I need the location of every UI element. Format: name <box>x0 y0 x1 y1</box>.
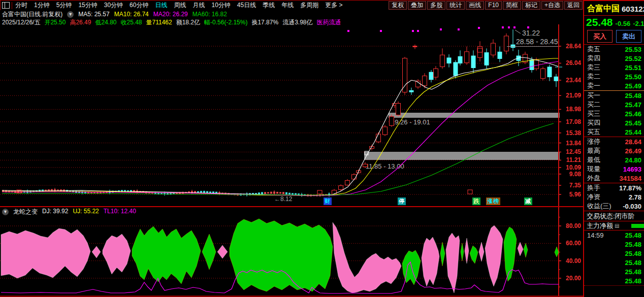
toolbar-divider <box>12 2 12 9</box>
event-tag-涨榜[interactable]: 涨榜 <box>486 197 500 205</box>
ask-row[interactable]: 卖二25.50 <box>584 72 644 81</box>
svg-text:40.00: 40.00 <box>566 257 581 265</box>
bid-row[interactable]: 买一25.48 <box>584 91 644 100</box>
stat-value: 26.49 <box>625 147 641 155</box>
event-tag-停[interactable]: 停 <box>398 197 406 205</box>
period-tab-15分钟[interactable]: 15分钟 <box>78 1 97 10</box>
period-tab-更多 >[interactable]: 更多 > <box>325 1 342 10</box>
tick-row: 25.48 <box>584 258 644 267</box>
chart-canvas[interactable]: 19.26 - 19.0111.85 - 13.0031.2228.58 - 2… <box>0 0 584 297</box>
tool-button-返回[interactable]: 返回 <box>564 1 583 10</box>
period-tab-10分钟[interactable]: 10分钟 <box>211 1 230 10</box>
info-token: TL10: 12.40 <box>104 208 136 216</box>
tool-button-多股[interactable]: 多股 <box>427 1 445 10</box>
period-tab-分时[interactable]: 分时 <box>15 1 27 10</box>
tool-button-统计[interactable]: 统计 <box>446 1 465 10</box>
svg-text:11.85 - 13.00: 11.85 - 13.00 <box>366 162 404 170</box>
indicator-values: 龙蛇之变DJ: 39.92UJ: 55.22TL10: 12.40 <box>13 208 136 216</box>
period-tab-45日线[interactable]: 45日线 <box>237 1 256 10</box>
svg-text:←8.12: ←8.12 <box>274 195 293 203</box>
svg-text:60.00: 60.00 <box>566 240 581 247</box>
price-change: -0.56 <box>616 20 631 27</box>
svg-text:31.22: 31.22 <box>522 29 540 37</box>
info-token: 龙蛇之变 <box>13 208 38 216</box>
tool-button-复权[interactable]: 复权 <box>389 1 407 10</box>
tool-button-F10[interactable]: F10 <box>485 1 502 10</box>
ask-row[interactable]: 卖五25.53 <box>584 45 644 54</box>
ask-row[interactable]: 卖四25.52 <box>584 54 644 63</box>
tool-button-+自选[interactable]: +自选 <box>541 1 563 10</box>
level-price: 25.49 <box>625 82 641 90</box>
tool-button-叠加[interactable]: 叠加 <box>408 1 426 10</box>
info-token: UJ: 55.22 <box>73 208 99 216</box>
stock-title: 合富中国 603122 <box>584 1 644 15</box>
bid-row[interactable]: 买二25.47 <box>584 100 644 109</box>
split-view-icon[interactable] <box>2 2 10 9</box>
chevron-down-icon[interactable]: ▼ <box>67 11 74 18</box>
stat-row: 外盘341584 <box>584 174 644 183</box>
stats-block-2: 换手17.87%净资2.78收益(三)-0.030 <box>584 183 644 211</box>
info-token: 换17.87% <box>251 18 278 27</box>
stat-label: 换手 <box>587 183 600 192</box>
period-tab-日线[interactable]: 日线 <box>155 1 167 10</box>
tool-button-画线[interactable]: 画线 <box>466 1 484 10</box>
period-tab-年线[interactable]: 年线 <box>281 1 294 10</box>
level-label: 买三 <box>587 109 600 118</box>
tick-row: 14:5925.48 <box>584 230 644 240</box>
period-menu: 分时1分钟5分钟15分钟30分钟60分钟日线周线月线10分钟45日线季线年线多周… <box>15 1 343 10</box>
svg-text:19.26 - 19.01: 19.26 - 19.01 <box>391 118 430 126</box>
tick-row: 25.48 <box>584 267 644 276</box>
price-change-pct: -2.15% <box>633 20 644 27</box>
level-price: 25.48 <box>625 92 641 100</box>
stats-block-1: 涨停28.64最高26.49最低24.80现量14693外盘341584 <box>584 137 644 183</box>
ask-row[interactable]: 卖一25.49 <box>584 81 644 90</box>
stat-value: 2.78 <box>629 193 641 201</box>
stat-label: 收益(三) <box>587 202 611 211</box>
period-tab-多周期[interactable]: 多周期 <box>300 1 318 10</box>
bid-row[interactable]: 买四25.45 <box>584 118 644 127</box>
info-token: 收25.48 <box>121 18 142 27</box>
svg-text:13.84: 13.84 <box>566 140 581 147</box>
period-tab-30分钟[interactable]: 30分钟 <box>104 1 123 10</box>
period-tab-周线[interactable]: 周线 <box>174 1 186 10</box>
period-tab-月线[interactable]: 月线 <box>192 1 205 10</box>
sell-button[interactable]: 卖出 <box>616 30 641 43</box>
tick-list[interactable]: 14:5925.4825.4825.4825.4825.4825.48 <box>584 230 644 286</box>
svg-text:23.44: 23.44 <box>566 77 581 84</box>
tool-button-标记[interactable]: 标记 <box>522 1 540 10</box>
ma-line-MA20 <box>2 61 559 195</box>
level-label: 卖二 <box>587 72 600 81</box>
chevron-down-icon[interactable]: ▼ <box>2 209 9 215</box>
chart-title: 合富中国(日线.前复权) <box>2 10 62 19</box>
event-tag-减[interactable]: 减 <box>524 197 532 205</box>
buy-button[interactable]: 买入 <box>587 30 613 43</box>
period-tab-5分钟[interactable]: 5分钟 <box>56 1 72 10</box>
level-price: 25.46 <box>625 110 641 118</box>
ma-line-MA5 <box>2 57 559 195</box>
stat-label: 涨停 <box>587 137 600 146</box>
bid-row[interactable]: 买三25.46 <box>584 109 644 118</box>
period-tab-季线[interactable]: 季线 <box>263 1 275 10</box>
trade-status: 交易状态:闭市阶 <box>584 211 644 221</box>
price-axis: 28.6426.0423.4421.0918.9817.0815.3813.84… <box>559 24 581 296</box>
list-icon[interactable]: ▤ <box>615 223 619 228</box>
event-tag-跌[interactable]: 跌 <box>472 197 480 205</box>
chart-info-bar: 合富中国(日线.前复权) ▼ MA5: 25.57MA10: 26.74MA20… <box>2 11 227 18</box>
tool-button-简框[interactable]: 简框 <box>503 1 521 10</box>
period-tab-60分钟[interactable]: 60分钟 <box>130 1 148 10</box>
svg-text:26.04: 26.04 <box>566 59 581 67</box>
stat-value: 24.80 <box>625 156 641 164</box>
stat-value: -0.030 <box>623 203 641 210</box>
ma-lines <box>2 57 559 195</box>
info-token: 低24.80 <box>95 18 116 27</box>
quote-panel: 合富中国 603122 25.48 -0.56 -2.15% 买入 卖出 卖五2… <box>583 0 644 297</box>
info-token: 量711462 <box>146 18 172 27</box>
indicator-header: ▼ 龙蛇之变DJ: 39.92UJ: 55.22TL10: 12.40 <box>2 208 136 215</box>
ask-row[interactable]: 卖三25.51 <box>584 63 644 72</box>
event-tag-财[interactable]: 财 <box>324 197 332 205</box>
tick-price: 25.48 <box>625 232 641 239</box>
svg-text:18.98: 18.98 <box>566 106 581 113</box>
info-token: 高26.49 <box>70 18 91 27</box>
period-tab-1分钟[interactable]: 1分钟 <box>34 1 50 10</box>
bid-row[interactable]: 买五25.44 <box>584 127 644 137</box>
